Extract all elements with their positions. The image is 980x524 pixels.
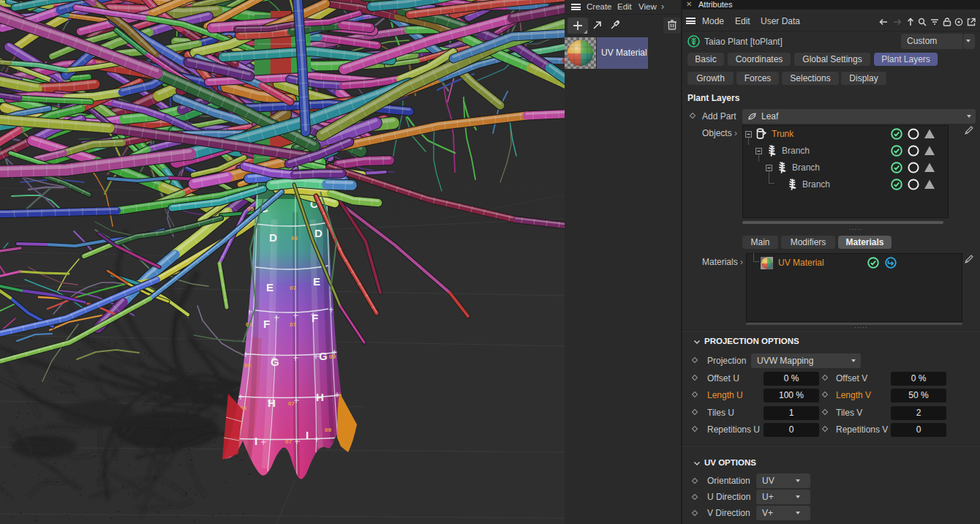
svg-text:G: G — [319, 350, 328, 362]
svg-text:E: E — [313, 275, 320, 288]
svg-text:F: F — [312, 312, 318, 324]
svg-text:I: I — [255, 435, 257, 447]
svg-text:09: 09 — [329, 353, 336, 360]
svg-text:09: 09 — [325, 427, 331, 433]
svg-text:06: 06 — [291, 235, 298, 242]
svg-text:05: 05 — [244, 362, 251, 369]
svg-text:H: H — [268, 397, 276, 409]
svg-text:07: 07 — [290, 285, 296, 291]
svg-text:07: 07 — [288, 400, 295, 407]
svg-text:G: G — [271, 356, 279, 368]
svg-text:05: 05 — [247, 206, 254, 212]
svg-text:07: 07 — [290, 321, 296, 328]
svg-text:F: F — [263, 318, 270, 330]
svg-text:D: D — [269, 231, 277, 244]
svg-text:H: H — [316, 391, 324, 403]
svg-text:I: I — [306, 429, 309, 441]
svg-text:07: 07 — [285, 438, 292, 445]
svg-text:E: E — [266, 281, 274, 293]
svg-text:D: D — [314, 227, 323, 239]
